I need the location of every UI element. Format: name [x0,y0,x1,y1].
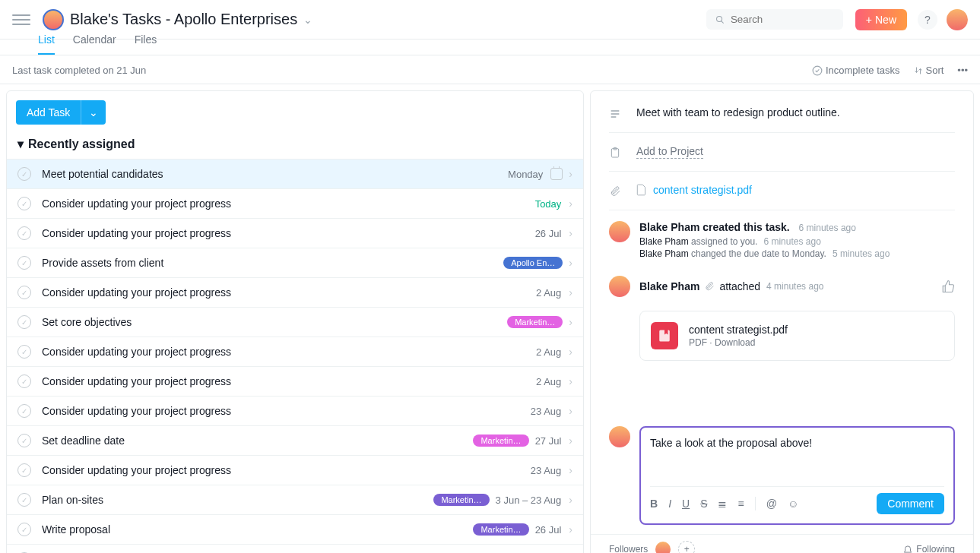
task-row[interactable]: ✓Consider updating your project progress… [7,218,583,248]
task-row[interactable]: ✓Consider updating your project progress… [7,455,583,485]
task-description: Meet with team to redesign product outli… [636,106,840,118]
following-toggle[interactable]: Following [902,544,955,553]
complete-circle[interactable]: ✓ [17,197,31,210]
search-input[interactable] [731,14,834,25]
task-due: 26 Jul [535,524,562,536]
sort-button[interactable]: Sort [914,65,944,76]
tab-files[interactable]: Files [135,33,157,55]
chevron-down-icon[interactable]: ⌄ [303,14,312,26]
complete-circle[interactable]: ✓ [17,374,31,388]
add-task-dropdown[interactable]: ⌄ [81,100,106,125]
strike-icon[interactable]: S [700,498,707,510]
complete-circle[interactable]: ✓ [17,493,31,507]
last-completed-text: Last task completed on 21 Jun [12,65,146,76]
complete-circle[interactable]: ✓ [17,345,31,359]
search-box[interactable] [706,9,843,30]
project-pill[interactable]: Marketin… [473,434,528,447]
task-row[interactable]: ✓Set deadline dateMarketin…27 Jul› [7,425,583,455]
help-button[interactable]: ? [918,10,937,30]
new-button[interactable]: +New [855,9,907,30]
avatar [609,276,630,297]
chevron-right-icon: › [569,464,572,476]
task-row[interactable]: ✓Set core objectivesMarketin…› [7,307,583,337]
task-title: Consider updating your project progress [42,286,536,299]
like-icon[interactable] [941,280,955,293]
sort-icon [914,66,923,75]
follower-avatar[interactable] [655,542,671,553]
attachment-link[interactable]: content strategist.pdf [653,184,752,196]
task-title: Consider updating your project progress [42,227,535,239]
project-pill[interactable]: Marketin… [473,523,528,536]
complete-circle[interactable]: ✓ [17,404,31,418]
task-title: Meet potential candidates [42,168,508,180]
menu-icon[interactable] [12,11,30,29]
bullet-list-icon[interactable]: ≣ [718,498,727,510]
tabs: List Calendar Files [0,33,980,55]
user-avatar[interactable] [947,9,968,30]
chevron-right-icon: › [569,346,572,358]
workspace-avatar[interactable] [43,9,64,30]
task-row[interactable]: ✓Provide assets from clientApollo En…› [7,248,583,277]
complete-circle[interactable]: ✓ [17,167,31,181]
workspace-title: Blake's Tasks - Apollo Enterprises [70,11,297,28]
task-row[interactable]: ✓Consider updating your project progress… [7,544,583,553]
search-icon [715,14,725,25]
underline-icon[interactable]: U [682,498,690,510]
task-row[interactable]: ✓Write proposalMarketin…26 Jul› [7,514,583,544]
task-title: Plan on-sites [42,494,433,506]
complete-circle[interactable]: ✓ [17,286,31,299]
task-row[interactable]: ✓Consider updating your project progress… [7,188,583,218]
add-follower-button[interactable]: + [678,541,695,553]
section-header[interactable]: ▾ Recently assigned [7,134,583,159]
download-link[interactable]: Download [715,337,755,348]
add-task-button[interactable]: Add Task [16,100,81,125]
add-to-project[interactable]: Add to Project [636,145,703,159]
project-pill[interactable]: Marketin… [507,316,563,328]
task-row[interactable]: ✓Consider updating your project progress… [7,277,583,307]
tab-list[interactable]: List [38,33,55,55]
chevron-right-icon: › [569,198,572,210]
complete-circle[interactable]: ✓ [17,463,31,477]
task-title: Provide assets from client [42,257,503,269]
task-title: Consider updating your project progress [42,375,536,387]
project-pill[interactable]: Marketin… [433,494,489,506]
avatar [609,426,630,447]
attachment-card[interactable]: content strategist.pdf PDF · Download [639,311,955,361]
activity-attached: Blake Pham attached 4 minutes ago [609,268,955,305]
task-due: 26 Jul [535,228,562,239]
task-title: Set deadline date [42,434,473,447]
complete-circle[interactable]: ✓ [17,434,31,447]
task-row[interactable]: ✓Consider updating your project progress… [7,337,583,366]
task-due: 23 Aug [531,406,562,417]
task-row[interactable]: ✓Consider updating your project progress… [7,396,583,425]
paperclip-icon [704,281,715,292]
comment-toolbar: B I U S ≣ ≡ @ ☺ Comment [650,486,944,514]
bold-icon[interactable]: B [650,498,658,510]
complete-circle[interactable]: ✓ [17,226,31,240]
emoji-icon[interactable]: ☺ [788,498,798,510]
filter-incomplete[interactable]: Incomplete tasks [812,65,900,76]
task-due: 2 Aug [536,346,561,358]
tab-calendar[interactable]: Calendar [73,33,116,55]
italic-icon[interactable]: I [668,498,671,510]
task-row[interactable]: ✓Meet potential candidatesMonday› [7,159,583,188]
svg-line-1 [721,21,723,23]
task-title: Consider updating your project progress [42,346,536,358]
comment-input[interactable]: Take a look at the proposal above! B I U… [639,426,955,525]
numbered-list-icon[interactable]: ≡ [737,498,744,510]
mention-icon[interactable]: @ [766,498,777,510]
chevron-right-icon: › [569,494,572,506]
file-icon [636,184,647,196]
comment-button[interactable]: Comment [877,493,944,514]
task-row[interactable]: ✓Consider updating your project progress… [7,366,583,396]
complete-circle[interactable]: ✓ [17,256,31,270]
project-pill[interactable]: Apollo En… [503,257,563,269]
calendar-icon[interactable] [550,168,563,180]
complete-circle[interactable]: ✓ [17,315,31,329]
task-row[interactable]: ✓Plan on-sitesMarketin…3 Jun – 23 Aug› [7,485,583,514]
comment-textarea[interactable]: Take a look at the proposal above! [650,437,944,486]
complete-circle[interactable]: ✓ [17,523,31,536]
svg-point-2 [813,66,822,75]
chevron-right-icon: › [569,227,572,239]
more-icon[interactable]: ••• [957,65,968,76]
